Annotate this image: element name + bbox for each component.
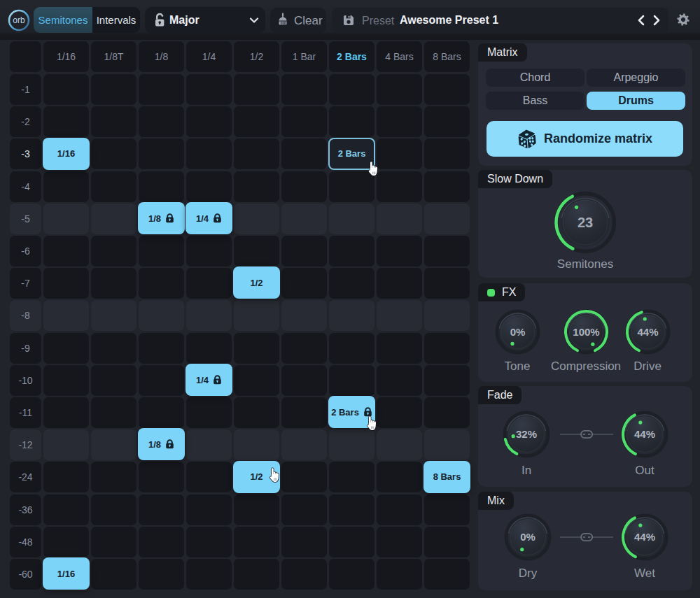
svg-text:0%: 0% — [510, 325, 525, 337]
svg-text:100%: 100% — [573, 325, 599, 337]
svg-text:23: 23 — [578, 215, 593, 230]
svg-text:44%: 44% — [634, 531, 655, 543]
svg-text:orb: orb — [13, 15, 25, 25]
svg-text:32%: 32% — [516, 428, 537, 440]
svg-text:44%: 44% — [637, 325, 658, 337]
svg-text:0%: 0% — [520, 531, 536, 543]
svg-text:44%: 44% — [634, 428, 655, 440]
